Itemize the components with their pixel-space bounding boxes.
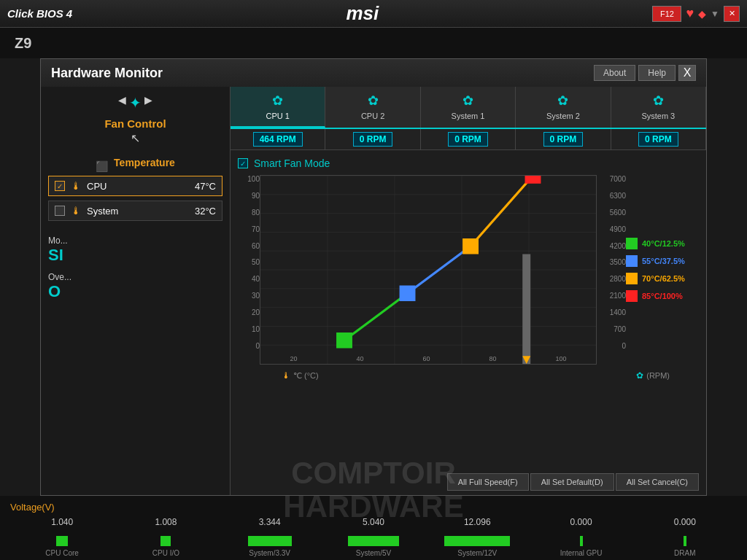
system-temp-item[interactable]: 🌡 System 32°C [48,201,222,221]
chart-legend: 40°C/12.5% 55°C/37.5% 70°C/62.5% 85 [626,175,699,365]
fan-tab-name-0: CPU 1 [266,112,290,120]
window-title: Hardware Monitor [51,66,163,81]
dropdown-arrow[interactable]: ▼ [711,9,719,19]
y-label-80: 80 [252,209,260,217]
x-label-100: 100 [555,355,566,362]
legend-color-0 [626,238,638,249]
rpm-value-0: 464 RPM [253,132,303,147]
legend-item-1: 55°C/37.5% [626,255,699,267]
mode-label-2: Ove... [48,272,222,282]
fan-tab-cpu2[interactable]: ✿ CPU 2 [325,87,420,128]
temperature-label: Temperature [114,157,175,168]
voltage-val-0: 1.040 [10,517,114,527]
fan-tab-cpu1[interactable]: ✿ CPU 1 [231,87,325,128]
rpm-2800: 2800 [610,275,626,283]
rpm-value-4: 0 RPM [638,132,678,147]
y-label-60: 60 [252,242,260,250]
cursor-icon: ↖ [131,131,140,145]
v-label-2: System/3.3V [218,549,322,557]
chart-svg [260,176,596,364]
cpu-temp-icon: 🌡 [71,180,81,192]
brand-logo: msi [346,2,379,25]
full-speed-button[interactable]: All Full Speed(F) [447,473,529,491]
fan-tab-icon-0: ✿ [272,93,283,109]
title-bar: Click BIOS 4 msi F12 ♥ ◆ ▼ ✕ [0,0,747,28]
rpm-display: 464 RPM 0 RPM 0 RPM 0 RPM 0 RPM [231,129,706,150]
temperature-section: ⬛ Temperature 🌡 CPU 47°C 🌡 System 32°C [48,157,222,301]
svg-rect-19 [462,238,479,254]
svg-rect-20 [525,176,541,184]
y-label-40: 40 [252,275,260,283]
x-label-20: 20 [290,355,297,362]
f12-button[interactable]: F12 [652,6,681,22]
svg-rect-18 [400,286,416,302]
y-label-100: 100 [247,175,260,183]
legend-color-1 [626,255,638,267]
window-close-button[interactable]: X [678,65,696,81]
rpm-2100: 2100 [610,292,626,300]
rpm-value-1: 0 RPM [353,132,393,147]
x-label-40: 40 [356,355,363,362]
title-bar-left: Click BIOS 4 [7,7,72,20]
prev-arrow[interactable]: ◀ [118,94,126,112]
window-header-buttons: About Help X [594,65,696,81]
legend-text-3: 85°C/100% [642,292,683,300]
fan-tab-icon-1: ✿ [368,93,379,109]
set-cancel-button[interactable]: All Set Cancel(C) [616,473,699,491]
smart-fan-checkbox[interactable] [238,158,248,168]
rpm-axis-label: ✿ (RPM) [636,370,670,381]
fan-tab-sys1[interactable]: ✿ System 1 [421,87,516,128]
chart-container: 100 90 80 70 60 50 40 30 20 10 0 [238,175,699,365]
voltage-section: Voltage(V) 1.040 1.008 3.344 5.040 12.09… [0,496,747,560]
help-button[interactable]: Help [638,65,676,81]
temp-icon: ⬛ [96,160,108,172]
v-label-4: System/12V [425,549,529,557]
rpm-value-2: 0 RPM [448,132,488,147]
v-bar-1 [114,536,217,546]
fan-icon: ✦ [129,94,142,112]
v-bar-3 [322,536,425,546]
svg-rect-21 [522,254,530,365]
cpu-temp-item[interactable]: 🌡 CPU 47°C [48,176,222,196]
fan-rpm-icon: ✿ [636,370,643,381]
set-default-button[interactable]: All Set Default(D) [530,473,614,491]
mode-value-1: SI [48,246,222,265]
x-label-80: 80 [489,355,496,362]
y-label-90: 90 [252,192,260,200]
fan-tab-sys3[interactable]: ✿ System 3 [611,87,706,128]
next-arrow[interactable]: ▶ [144,94,152,112]
about-button[interactable]: About [594,65,635,81]
y-label-70: 70 [252,225,260,233]
legend-color-3 [626,290,638,302]
fan-tab-name-3: System 2 [546,112,580,120]
voltage-val-3: 5.040 [322,517,425,527]
legend-text-2: 70°C/62.5% [642,274,685,283]
close-button[interactable]: ✕ [724,6,740,22]
v-label-6: DRAM [633,549,737,557]
voltage-values: 1.040 1.008 3.344 5.040 12.096 0.000 0.0… [10,517,737,527]
svg-line-14 [344,293,408,341]
rpm-y-axis: 7000 6300 5600 4900 4200 3500 2800 2100 … [597,175,626,365]
x-label-60: 60 [422,355,430,362]
fan-tab-icon-3: ✿ [557,93,568,109]
y-label-50: 50 [252,258,260,266]
y-axis: 100 90 80 70 60 50 40 30 20 10 0 [238,175,260,365]
left-panel: ◀ ✦ ▶ Fan Control ↖ ⬛ Temperature 🌡 CPU [41,87,231,495]
heart-icon: ♥ [686,6,694,21]
system-temp-checkbox[interactable] [55,206,65,216]
rpm-700: 700 [614,325,626,333]
legend-item-2: 70°C/62.5% [626,273,699,284]
cpu-temp-checkbox[interactable] [55,181,65,191]
axis-labels: 🌡 ℃ (°C) ✿ (RPM) [238,368,699,381]
temp-header: ⬛ Temperature [48,157,222,176]
fan-tab-sys2[interactable]: ✿ System 2 [516,87,611,128]
fan-control-header: ◀ ✦ ▶ [118,94,152,112]
rpm-1400: 1400 [610,308,626,316]
window-header: Hardware Monitor About Help X [41,59,706,87]
mode-value-2: O [48,282,222,301]
nav-arrows[interactable]: ◀ ✦ ▶ [118,94,152,112]
rpm-3500: 3500 [610,258,626,266]
rpm-item-0: 464 RPM [231,129,325,149]
rpm-value-3: 0 RPM [543,132,584,147]
brand-bar: Z9 [0,28,747,58]
